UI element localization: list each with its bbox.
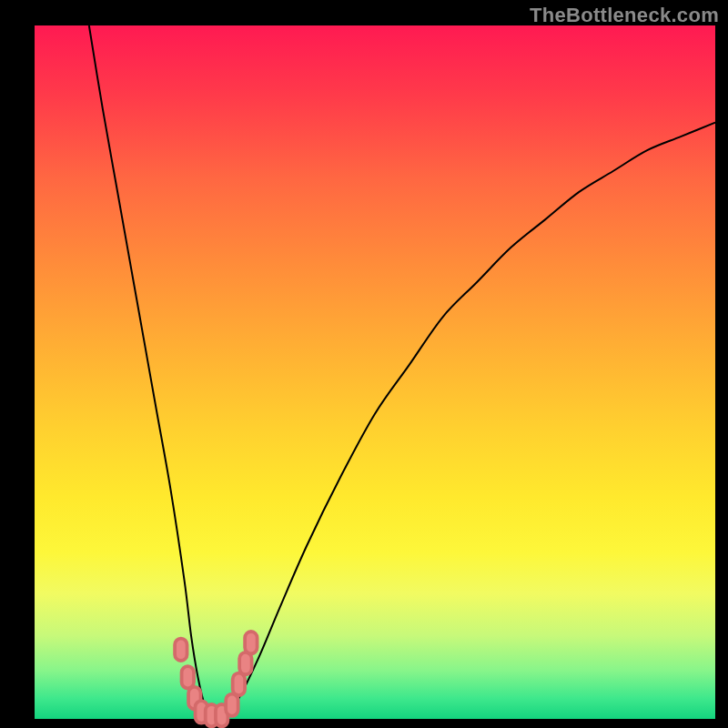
- watermark-text: TheBottleneck.com: [530, 4, 719, 27]
- chart-frame: TheBottleneck.com: [0, 0, 728, 728]
- curve-marker: [233, 673, 245, 695]
- bottleneck-curve-svg: [35, 25, 715, 719]
- curve-marker: [226, 694, 238, 716]
- curve-markers: [175, 632, 258, 726]
- bottleneck-curve-line: [89, 25, 715, 716]
- curve-marker: [175, 639, 187, 661]
- curve-marker: [182, 666, 194, 688]
- curve-marker: [245, 632, 257, 653]
- curve-marker: [239, 652, 251, 674]
